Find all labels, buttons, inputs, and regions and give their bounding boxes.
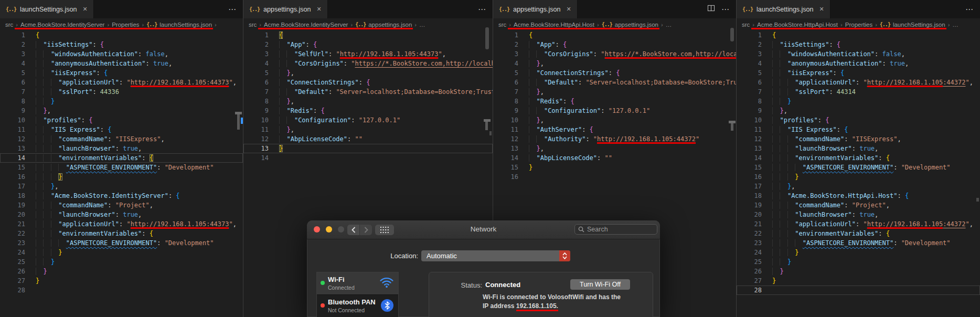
service-row-wifi[interactable]: Wi-Fi Connected	[317, 272, 398, 294]
code-line[interactable]: 26 }	[0, 267, 243, 276]
breadcrumb-item[interactable]: src	[498, 22, 506, 28]
code-line[interactable]: 6 "applicationUrl": "http://192.168.1.10…	[737, 78, 980, 87]
code-line[interactable]: 4 "anonymousAuthentication": true,	[737, 59, 980, 68]
code-line[interactable]: 6 "ConnectionStrings": {	[243, 78, 493, 87]
code-line[interactable]: 7 },	[493, 87, 736, 97]
breadcrumb-item[interactable]: Properties	[845, 22, 872, 28]
breadcrumb-item[interactable]: src	[742, 22, 750, 28]
code-line[interactable]: 9 },	[0, 106, 243, 115]
breadcrumb-item[interactable]: src	[249, 22, 257, 28]
code-line[interactable]: 27}	[737, 276, 980, 286]
code-line[interactable]: 18 "Acme.BookStore.IdentityServer": {	[0, 191, 243, 200]
breadcrumb-item[interactable]: …	[952, 22, 958, 28]
code-line[interactable]: 19 "commandName": "Project",	[737, 200, 980, 210]
tab-launchSettings.json[interactable]: {..}launchSettings.json✕	[737, 0, 830, 18]
breadcrumb-item[interactable]: Acme.BookStore.HttpApi.Host	[514, 22, 594, 28]
code-line[interactable]: 18 "Acme.BookStore.HttpApi.Host": {	[737, 191, 980, 200]
code-line[interactable]: 10 },	[493, 115, 736, 125]
code-line[interactable]: 16	[493, 172, 736, 182]
code-line[interactable]: 27}	[0, 276, 243, 286]
code-line[interactable]: 13 "launchBrowser": true,	[737, 144, 980, 153]
code-line[interactable]: 13}	[243, 144, 493, 153]
code-line[interactable]: 9 },	[737, 106, 980, 115]
code-line[interactable]: 6 "Default": "Server=localhost;Database=…	[493, 78, 736, 87]
code-line[interactable]: 7 "Default": "Server=localhost;Database=…	[243, 87, 493, 97]
code-line[interactable]: 22 "environmentVariables": {	[737, 229, 980, 238]
code-line[interactable]: 4 "anonymousAuthentication": true,	[0, 59, 243, 68]
code-line[interactable]: 14	[243, 153, 493, 163]
code-line[interactable]: 19 "commandName": "Project",	[0, 200, 243, 210]
code-line[interactable]: 9 "Configuration": "127.0.0.1"	[493, 106, 736, 115]
code-line[interactable]: 2 "iisSettings": {	[0, 40, 243, 49]
code-line[interactable]: 3 "windowsAuthentication": false,	[737, 49, 980, 59]
close-icon[interactable]: ✕	[566, 6, 571, 13]
turn-wifi-off-button[interactable]: Turn Wi-Fi Off	[570, 279, 630, 290]
code-line[interactable]: 11 "AuthServer": {	[493, 125, 736, 134]
code-line[interactable]: 16 }	[0, 172, 243, 182]
code-line[interactable]: 17 },	[0, 182, 243, 191]
code-line[interactable]: 21 "applicationUrl": "http://192.168.1.1…	[737, 219, 980, 229]
code-line[interactable]: 8 }	[0, 97, 243, 106]
code-line[interactable]: 4 "CorsOrigins": "https://*.BookStore.co…	[243, 59, 493, 68]
code-line[interactable]: 3 "SelfUrl": "http://192.168.1.105:44373…	[243, 49, 493, 59]
code-line[interactable]: 24 }	[0, 248, 243, 257]
code-line[interactable]: 8 }	[737, 97, 980, 106]
code-line[interactable]: 10 "Configuration": "127.0.0.1"	[243, 115, 493, 125]
breadcrumb-item[interactable]: …	[666, 22, 672, 28]
code-line[interactable]: 28	[0, 286, 243, 295]
code-line[interactable]: 26 }	[737, 267, 980, 276]
code-line[interactable]: 8 },	[243, 97, 493, 106]
code-line[interactable]: 10 "profiles": {	[737, 115, 980, 125]
code-line[interactable]: 12 "commandName": "IISExpress",	[0, 134, 243, 144]
code-line[interactable]: 28	[737, 286, 980, 295]
code-line[interactable]: 4 },	[493, 59, 736, 68]
breadcrumb-item[interactable]: launchSettings.json	[159, 22, 212, 28]
code-line[interactable]: 3 "windowsAuthentication": false,	[0, 49, 243, 59]
code-line[interactable]: 16 }	[737, 172, 980, 182]
code-line[interactable]: 15 "ASPNETCORE_ENVIRONMENT": "Developmen…	[0, 163, 243, 172]
code-line[interactable]: 20 "launchBrowser": true,	[737, 210, 980, 219]
code-line[interactable]: 24 }	[737, 248, 980, 257]
code-line[interactable]: 6 "applicationUrl": "http://192.168.1.10…	[0, 78, 243, 87]
code-line[interactable]: 12 "AbpLicenseCode": ""	[243, 134, 493, 144]
breadcrumb-item[interactable]: …	[419, 22, 425, 28]
code-line[interactable]: 1{	[0, 30, 243, 40]
code-line[interactable]: 5 "iisExpress": {	[0, 68, 243, 78]
close-icon[interactable]: ✕	[819, 6, 824, 13]
code-line[interactable]: 15 "ASPNETCORE_ENVIRONMENT": "Developmen…	[737, 163, 980, 172]
more-actions-icon[interactable]: ⋯	[478, 5, 486, 13]
code-line[interactable]: 11 "IIS Express": {	[737, 125, 980, 134]
code-line[interactable]: 20 "launchBrowser": true,	[0, 210, 243, 219]
code-line[interactable]: 2 "App": {	[243, 40, 493, 49]
code-line[interactable]: 14 "AbpLicenseCode": ""	[493, 153, 736, 163]
code-line[interactable]: 23 "ASPNETCORE_ENVIRONMENT": "Developmen…	[737, 238, 980, 248]
code-line[interactable]: 25 }	[0, 257, 243, 267]
code-line[interactable]: 12 "Authority": "http://192.168.1.105:44…	[493, 134, 736, 144]
code-line[interactable]: 13 "launchBrowser": true,	[0, 144, 243, 153]
split-editor-icon[interactable]	[707, 4, 715, 14]
more-actions-icon[interactable]: ⋯	[965, 5, 974, 13]
code-line[interactable]: 1{	[493, 30, 736, 40]
code-line[interactable]: 14 "environmentVariables": {	[0, 153, 243, 163]
tab-appsettings.json[interactable]: {..}appsettings.json✕	[243, 0, 328, 18]
code-line[interactable]: 2 "iisSettings": {	[737, 40, 980, 49]
breadcrumb-item[interactable]: Acme.BookStore.HttpApi.Host	[757, 22, 838, 28]
breadcrumb-item[interactable]: appsettings.json	[368, 22, 412, 28]
code-line[interactable]: 5 },	[243, 68, 493, 78]
service-row-bluetooth[interactable]: Bluetooth PAN Not Connected	[317, 294, 398, 317]
code-line[interactable]: 17 },	[737, 182, 980, 191]
code-line[interactable]: 5 "iisExpress": {	[737, 68, 980, 78]
code-line[interactable]: 1{	[243, 30, 493, 40]
more-actions-icon[interactable]: ⋯	[228, 5, 237, 13]
code-line[interactable]: 23 "ASPNETCORE_ENVIRONMENT": "Developmen…	[0, 238, 243, 248]
breadcrumb-item[interactable]: appsettings.json	[615, 22, 658, 28]
code-line[interactable]: 12 "commandName": "IISExpress",	[737, 134, 980, 144]
search-input[interactable]: Search	[574, 224, 657, 235]
code-line[interactable]: 1{	[737, 30, 980, 40]
breadcrumb-item[interactable]: launchSettings.json	[893, 22, 945, 28]
tab-appsettings.json[interactable]: {..}appsettings.json✕	[493, 0, 578, 18]
close-icon[interactable]: ✕	[316, 6, 321, 13]
location-select[interactable]: Automatic	[421, 250, 570, 261]
code-line[interactable]: 10 "profiles": {	[0, 115, 243, 125]
code-line[interactable]: 8 "Redis": {	[493, 97, 736, 106]
